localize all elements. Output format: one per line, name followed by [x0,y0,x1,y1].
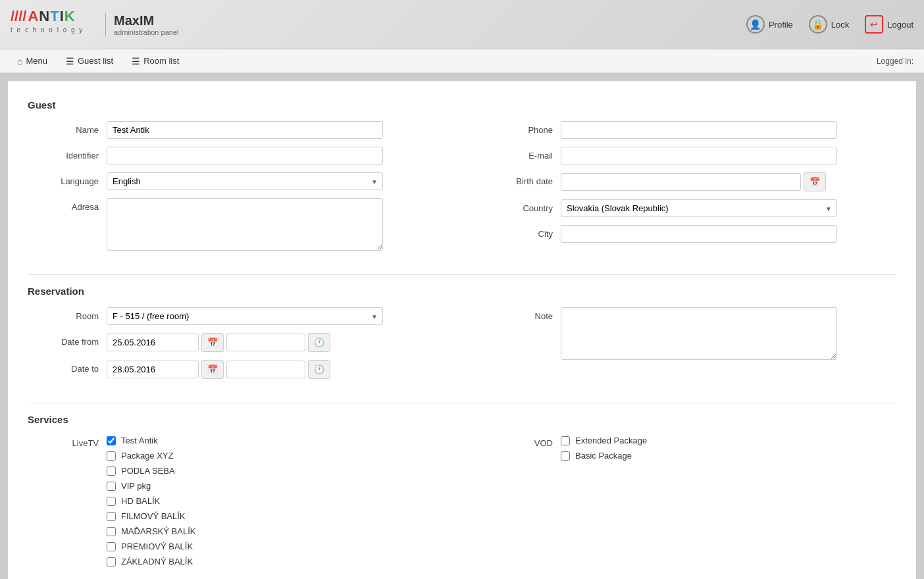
language-select-wrapper: English Slovak Czech German French ▼ [107,172,383,190]
date-from-calendar-button[interactable]: 📅 [201,333,224,352]
nav-guest-list[interactable]: ☰ Guest list [59,53,120,69]
logo-text: ANTIK [28,8,75,24]
logout-button[interactable]: ↩ Logout [865,15,913,34]
livetv-checkbox-8[interactable] [107,557,116,566]
header: ////ANTIK t e c h n o l o g y MaxIM admi… [0,0,924,49]
logo-antik: ////ANTIK [11,8,76,25]
livetv-checkbox-4[interactable] [107,497,116,506]
livetv-checkbox-7[interactable] [107,542,116,551]
note-label: Note [482,307,561,321]
vod-checkbox-1[interactable] [561,451,570,461]
livetv-item-5: FILMOVÝ BALÍK [107,511,195,521]
livetv-checkbox-0[interactable] [107,436,116,445]
livetv-item-3: VIP pkg [107,481,195,491]
livetv-item-8: ZÁKLADNÝ BALÍK [107,557,195,566]
name-label: Name [28,121,107,135]
lock-icon: 🔒 [809,15,827,34]
date-from-time-input[interactable] [226,334,305,351]
livetv-item-label-0: Test Antik [121,436,158,445]
livetv-item-0: Test Antik [107,436,195,445]
city-row: City [482,225,896,243]
date-to-row: Date to 📅 🕐 [28,360,442,379]
identifier-row: Identifier [28,147,442,164]
country-label: Country [482,199,561,213]
room-select-wrapper: F - 515 / (free room) F - 516 / (free ro… [107,307,383,325]
livetv-item-label-7: PREMIOVÝ BALÍK [121,541,193,551]
logo-box: ////ANTIK t e c h n o l o g y [11,8,90,41]
date-to-time-input[interactable] [226,361,305,378]
phone-row: Phone [482,121,896,139]
date-to-time-button[interactable]: 🕐 [308,360,330,379]
room-select[interactable]: F - 515 / (free room) F - 516 / (free ro… [107,307,383,325]
services-form: LiveTV Test Antik Package XYZ PODLA S [28,436,896,572]
address-label: Adresa [28,198,107,212]
guest-form-right: Phone E-mail Birth date 📅 [442,121,896,259]
livetv-checkbox-1[interactable] [107,451,116,461]
livetv-checkbox-5[interactable] [107,512,116,521]
reservation-form-right: Note [442,307,896,387]
vod-checkbox-group: Extended Package Basic Package [561,436,647,461]
date-to-input[interactable] [107,361,199,378]
services-section: Services LiveTV Test Antik Package XYZ [28,414,896,572]
vod-item-label-0: Extended Package [575,436,647,445]
note-input[interactable] [561,307,837,360]
vod-checkbox-0[interactable] [561,436,570,445]
app-title: MaxIM administration panel [105,13,178,36]
livetv-checkbox-2[interactable] [107,466,116,476]
city-label: City [482,225,561,239]
vod-label: VOD [482,436,561,448]
language-label: Language [28,172,107,186]
livetv-item-label-8: ZÁKLADNÝ BALÍK [121,557,193,566]
livetv-label: LiveTV [28,436,107,448]
date-to-wrapper: 📅 🕐 [107,360,330,379]
reservation-section-title: Reservation [28,286,896,297]
vod-row: VOD Extended Package Basic Package [482,436,896,461]
date-from-input[interactable] [107,334,199,351]
reservation-section: Reservation Room F - 515 / (free room) F… [28,286,896,387]
address-input[interactable] [107,198,383,251]
header-right: 👤 Profile 🔒 Lock ↩ Logout [746,15,913,34]
country-select[interactable]: Slovakia (Slovak Republic) Czech Republi… [561,199,837,217]
guest-form: Name Identifier Language English Slovak [28,121,896,259]
livetv-item-2: PODLA SEBA [107,466,195,476]
profile-icon: 👤 [746,15,765,34]
date-to-calendar-button[interactable]: 📅 [201,360,224,379]
vod-item-0: Extended Package [561,436,647,445]
reservation-form: Room F - 515 / (free room) F - 516 / (fr… [28,307,896,387]
livetv-checkbox-3[interactable] [107,482,116,491]
date-from-row: Date from 📅 🕐 [28,333,442,352]
address-row: Adresa [28,198,442,251]
list-icon: ☰ [66,56,74,66]
birth-date-calendar-button[interactable]: 📅 [804,172,826,191]
livetv-checkbox-6[interactable] [107,527,116,536]
email-label: E-mail [482,147,561,161]
identifier-label: Identifier [28,147,107,161]
city-input[interactable] [561,225,837,243]
email-input[interactable] [561,147,837,164]
identifier-input[interactable] [107,147,383,164]
birth-date-input[interactable] [561,173,801,191]
email-row: E-mail [482,147,896,164]
date-from-time-button[interactable]: 🕐 [308,333,330,352]
app-subtitle: administration panel [114,28,178,36]
guest-section-title: Guest [28,99,896,111]
navbar: ⌂ Menu ☰ Guest list ☰ Room list Logged i… [0,49,924,73]
logo-area: ////ANTIK t e c h n o l o g y MaxIM admi… [11,8,178,41]
birth-date-wrapper: 📅 [561,172,826,191]
language-select[interactable]: English Slovak Czech German French [107,172,383,190]
profile-button[interactable]: 👤 Profile [746,15,793,34]
livetv-item-label-2: PODLA SEBA [121,466,175,476]
livetv-item-7: PREMIOVÝ BALÍK [107,541,195,551]
vod-item-1: Basic Package [561,451,647,461]
nav-menu-label: Menu [26,56,47,66]
livetv-item-label-6: MAĎARSKÝ BALÍK [121,526,195,536]
phone-label: Phone [482,121,561,135]
nav-menu[interactable]: ⌂ Menu [11,53,54,69]
country-select-wrapper: Slovakia (Slovak Republic) Czech Republi… [561,199,837,217]
nav-room-list-label: Room list [143,56,179,66]
name-input[interactable] [107,121,383,139]
nav-room-list[interactable]: ☰ Room list [125,53,186,69]
phone-input[interactable] [561,121,837,139]
reservation-form-left: Room F - 515 / (free room) F - 516 / (fr… [28,307,442,387]
lock-button[interactable]: 🔒 Lock [809,15,849,34]
